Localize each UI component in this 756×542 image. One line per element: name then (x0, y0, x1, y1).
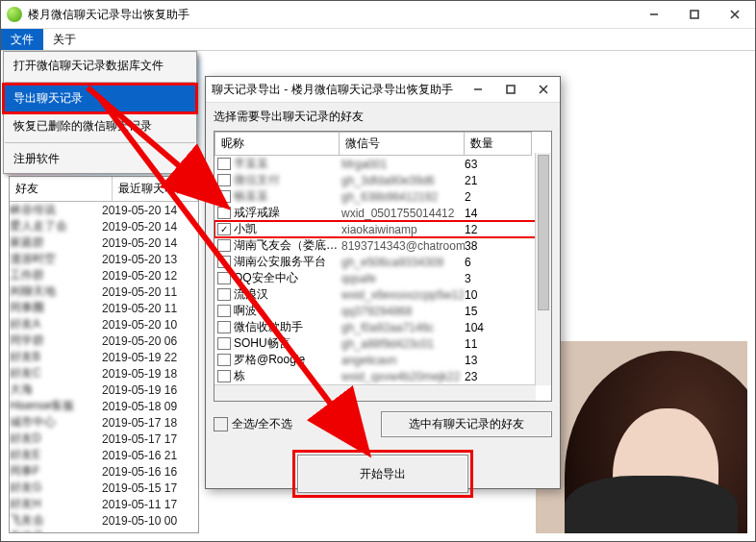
contact-photo (536, 341, 747, 533)
list-item[interactable]: 漫游时空2019-05-20 13 (10, 251, 198, 267)
menu-about[interactable]: 关于 (43, 29, 86, 50)
main-titlebar: 楼月微信聊天记录导出恢复助手 (1, 1, 755, 29)
list-item[interactable]: 好友H2019-05-11 17 (10, 496, 198, 512)
list-item[interactable]: Hisense客服2019-05-18 09 (10, 398, 198, 414)
table-row[interactable]: 栋wxid_qxvw4b20mejk2223 (214, 368, 551, 384)
row-checkbox[interactable] (217, 158, 231, 170)
button-label: 选中有聊天记录的好友 (409, 416, 524, 432)
row-checkbox[interactable] (217, 370, 231, 382)
list-item[interactable]: 爱人走了会2019-05-20 14 (10, 218, 198, 234)
list-item[interactable]: 好友B2019-05-19 22 (10, 349, 198, 365)
col-friend[interactable]: 好友 (10, 177, 113, 201)
list-item[interactable]: 好友C2019-05-19 18 (10, 365, 198, 382)
col-last-chat[interactable]: 最近聊天时间 (113, 177, 198, 201)
minimize-button[interactable] (634, 1, 674, 28)
list-item[interactable]: 关注号2019-05-09 11 (10, 529, 198, 533)
table-row[interactable]: 流浪汉wxid_x6exsxxzcpp5w1210 (214, 286, 551, 303)
list-item[interactable]: 家庭群2019-05-20 14 (10, 234, 198, 251)
dialog-titlebar: 聊天记录导出 - 楼月微信聊天记录导出恢复助手 (206, 77, 560, 103)
table-row[interactable]: 畅某某gh_638b964121922 (214, 188, 551, 205)
menu-open-db[interactable]: 打开微信聊天记录数据库文件 (4, 52, 196, 80)
table-row[interactable]: 湖南公安服务平台gh_e506ca93343096 (214, 254, 551, 270)
row-checkbox[interactable] (217, 354, 231, 366)
list-item[interactable]: 同事F2019-05-16 16 (10, 463, 198, 480)
table-row[interactable]: 微信支付gh_3dfda90e39d621 (214, 172, 551, 188)
export-dialog: 聊天记录导出 - 楼月微信聊天记录导出恢复助手 选择需要导出聊天记录的好友 昵称… (205, 76, 561, 489)
main-title: 楼月微信聊天记录导出恢复助手 (28, 7, 634, 23)
dialog-maximize-button[interactable] (494, 77, 527, 102)
table-row[interactable]: 戒浮戒躁wxid_050175501441214 (214, 205, 551, 221)
svg-rect-1 (507, 86, 515, 93)
row-checkbox[interactable] (217, 305, 231, 317)
row-checkbox[interactable] (217, 256, 231, 268)
table-row[interactable]: 啊波qq37929486815 (214, 303, 551, 319)
table-row[interactable]: 微信收款助手gh_f0a92aa7146c104 (214, 319, 551, 335)
menu-recover-deleted[interactable]: 恢复已删除的微信聊天记录 (4, 112, 196, 140)
dialog-close-button[interactable] (527, 77, 560, 102)
dialog-title: 聊天记录导出 - 楼月微信聊天记录导出恢复助手 (206, 82, 453, 98)
start-export-button[interactable]: 开始导出 (297, 455, 468, 493)
dialog-subtitle: 选择需要导出聊天记录的好友 (206, 103, 560, 131)
scrollbar-thumb[interactable] (538, 155, 549, 310)
app-window: 楼月微信聊天记录导出恢复助手 文件 关于 打开微信聊天记录数据库文件 导出聊天记… (0, 0, 756, 542)
row-checkbox[interactable] (217, 288, 231, 301)
table-row[interactable]: ✓小凯xiaokaiwinamp12 (214, 221, 551, 237)
table-row[interactable]: QQ安全中心qqsafe3 (214, 270, 551, 286)
col-wxid[interactable]: 微信号 (340, 132, 465, 156)
list-item[interactable]: 峡谷传说2019-05-20 14 (10, 202, 198, 218)
friend-list-panel: 好友 最近聊天时间 峡谷传说2019-05-20 14爱人走了会2019-05-… (9, 176, 199, 533)
svg-rect-0 (691, 11, 698, 18)
col-nickname[interactable]: 昵称 (214, 132, 340, 156)
menu-file[interactable]: 文件 (1, 29, 43, 50)
dialog-minimize-button[interactable] (462, 77, 494, 102)
list-item[interactable]: 好友G2019-05-15 17 (10, 480, 198, 496)
menu-separator (5, 82, 195, 83)
row-checkbox[interactable] (217, 207, 231, 219)
list-item[interactable]: 飞友会2019-05-10 00 (10, 512, 198, 529)
menu-separator (5, 142, 195, 143)
row-checkbox[interactable] (217, 239, 231, 252)
maximize-button[interactable] (674, 1, 715, 28)
close-button[interactable] (715, 1, 755, 28)
list-item[interactable]: 好友A2019-05-20 10 (10, 316, 198, 333)
list-item[interactable]: 同事圈2019-05-20 11 (10, 300, 198, 316)
app-icon (7, 7, 22, 22)
row-checkbox[interactable] (217, 190, 231, 203)
menu-register[interactable]: 注册软件 (4, 145, 196, 173)
row-checkbox[interactable]: ✓ (217, 223, 231, 235)
listview-vscrollbar[interactable] (535, 153, 551, 385)
table-row[interactable]: 湖南飞友会（娄底…8193714343@chatroom38 (214, 237, 551, 254)
table-row[interactable]: SOHU畅言gh_a88f9d423c0111 (214, 335, 551, 352)
menubar: 文件 关于 (1, 29, 755, 51)
select-all-checkbox[interactable]: 全选/全不选 (214, 416, 292, 432)
listview-hscrollbar[interactable] (214, 384, 536, 401)
list-item[interactable]: 大海2019-05-19 16 (10, 382, 198, 398)
row-checkbox[interactable] (217, 337, 231, 350)
list-item[interactable]: 闲聊天地2019-05-20 11 (10, 283, 198, 300)
list-item[interactable]: 工作群2019-05-20 12 (10, 267, 198, 283)
file-dropdown: 打开微信聊天记录数据库文件 导出聊天记录 恢复已删除的微信聊天记录 注册软件 (3, 51, 197, 174)
list-item[interactable]: 同学群2019-05-20 06 (10, 333, 198, 349)
list-item[interactable]: 城市中心2019-05-17 18 (10, 414, 198, 431)
friend-listview[interactable]: 昵称 微信号 数量 李某某Mrga00163微信支付gh_3dfda90e39d… (214, 131, 552, 402)
col-count[interactable]: 数量 (465, 132, 532, 156)
list-item[interactable]: 好友D2019-05-17 17 (10, 431, 198, 447)
button-label: 开始导出 (360, 466, 406, 482)
select-all-label: 全选/全不选 (232, 416, 292, 432)
menu-export-chat[interactable]: 导出聊天记录 (4, 85, 196, 112)
table-row[interactable]: 罗格@Roogleangelicavn13 (214, 352, 551, 368)
table-row[interactable]: 李某某Mrga00163 (214, 156, 551, 172)
row-checkbox[interactable] (217, 321, 231, 333)
checkbox-icon (214, 417, 228, 431)
select-friends-with-chat-button[interactable]: 选中有聊天记录的好友 (381, 411, 552, 437)
list-item[interactable]: 好友E2019-05-16 21 (10, 447, 198, 463)
row-checkbox[interactable] (217, 272, 231, 284)
row-checkbox[interactable] (217, 174, 231, 186)
